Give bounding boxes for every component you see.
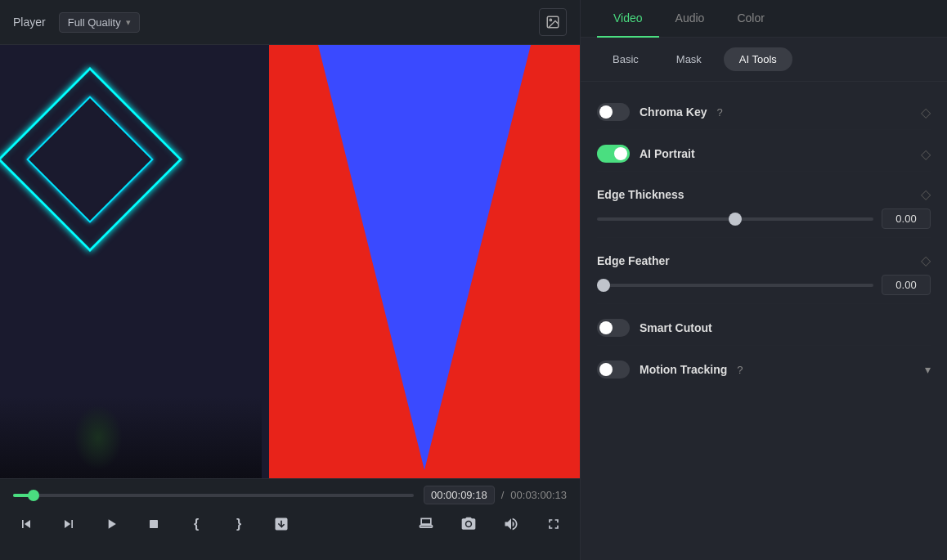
timeline-row: 00:00:09:18 / 00:03:00:13	[13, 486, 567, 504]
ambient-shelf	[0, 396, 262, 478]
ai-portrait-keyframe-icon[interactable]: ◇	[921, 146, 931, 162]
chroma-key-keyframe-icon[interactable]: ◇	[921, 105, 931, 120]
edge-thickness-label: Edge Thickness	[597, 188, 684, 201]
export-segment-button[interactable]	[268, 511, 294, 537]
mark-out-button[interactable]: }	[226, 511, 252, 537]
right-panel: Video Audio Color Basic Mask AI Tools Ch…	[581, 0, 947, 560]
current-time[interactable]: 00:00:09:18	[424, 486, 495, 504]
chroma-key-label: Chroma Key	[640, 105, 707, 119]
sub-tab-mask[interactable]: Mask	[661, 47, 717, 71]
time-separator: /	[501, 489, 505, 501]
motion-tracking-toggle[interactable]	[597, 361, 630, 379]
snapshot-button[interactable]	[456, 511, 482, 537]
main-tab-row: Video Audio Color	[581, 0, 947, 38]
sub-tab-ai-tools[interactable]: AI Tools	[724, 47, 792, 71]
edge-feather-header: Edge Feather ◇	[597, 253, 931, 268]
edge-thickness-controls: 0.00	[597, 208, 931, 229]
plant-silhouette	[74, 405, 123, 470]
edge-thickness-value[interactable]: 0.00	[882, 208, 931, 229]
video-canvas	[0, 45, 580, 478]
mark-in-button[interactable]: {	[183, 511, 209, 537]
timeline-thumb[interactable]	[28, 490, 39, 501]
motion-tracking-expand-icon[interactable]: ▾	[925, 363, 931, 376]
top-bar: Player Full Quality ▾	[0, 0, 580, 45]
svg-rect-2	[150, 520, 158, 528]
fullscreen-button[interactable]	[541, 511, 567, 537]
edge-feather-controls: 0.00	[597, 275, 931, 295]
smart-cutout-label: Smart Cutout	[640, 321, 712, 334]
panel-content: Chroma Key ? ◇ AI Portrait ◇ Edge Thickn…	[581, 82, 947, 560]
smart-cutout-toggle[interactable]	[597, 319, 630, 337]
chroma-key-row: Chroma Key ? ◇	[597, 95, 931, 130]
tab-video[interactable]: Video	[597, 0, 659, 38]
player-label: Player	[13, 16, 46, 29]
smart-cutout-row: Smart Cutout	[597, 311, 931, 346]
motion-tracking-right: ▾	[925, 363, 931, 376]
blue-triangle	[318, 45, 531, 470]
playback-controls: { }	[13, 511, 567, 537]
sub-tab-row: Basic Mask AI Tools	[581, 38, 947, 82]
left-panel: Player Full Quality ▾	[0, 0, 581, 560]
timeline-track[interactable]	[13, 494, 414, 497]
stop-button[interactable]	[141, 511, 167, 537]
time-display: 00:00:09:18 / 00:03:00:13	[424, 486, 567, 504]
tab-color[interactable]: Color	[720, 0, 780, 38]
total-time: 00:03:00:13	[510, 489, 567, 501]
edge-thickness-keyframe-icon[interactable]: ◇	[921, 186, 931, 202]
ai-portrait-label: AI Portrait	[640, 147, 695, 160]
chroma-key-toggle[interactable]	[597, 103, 630, 121]
svg-point-1	[550, 19, 551, 20]
quality-dropdown[interactable]: Full Quality ▾	[59, 12, 140, 33]
color-overlay	[269, 45, 580, 478]
video-preview	[0, 45, 580, 478]
ai-portrait-toggle[interactable]	[597, 145, 630, 163]
motion-tracking-row: Motion Tracking ? ▾	[597, 352, 931, 387]
motion-tracking-left: Motion Tracking ?	[597, 361, 743, 379]
frame-back-button[interactable]	[56, 511, 82, 537]
edge-feather-label: Edge Feather	[597, 254, 670, 267]
chroma-key-left: Chroma Key ?	[597, 103, 723, 121]
smart-cutout-left: Smart Cutout	[597, 319, 712, 337]
ai-portrait-left: AI Portrait	[597, 145, 695, 163]
chevron-down-icon: ▾	[126, 17, 131, 28]
edge-feather-value[interactable]: 0.00	[882, 275, 931, 295]
edge-thickness-row: Edge Thickness ◇ 0.00	[597, 178, 931, 238]
edge-feather-keyframe-icon[interactable]: ◇	[921, 253, 931, 268]
edge-thickness-slider[interactable]	[597, 217, 873, 221]
quality-label: Full Quality	[68, 16, 121, 29]
edge-feather-slider[interactable]	[597, 284, 873, 287]
controls-bar: 00:00:09:18 / 00:03:00:13 {	[0, 478, 580, 560]
volume-button[interactable]	[498, 511, 524, 537]
play-button[interactable]	[98, 511, 124, 537]
motion-tracking-help-icon[interactable]: ?	[737, 364, 743, 376]
edge-thickness-header: Edge Thickness ◇	[597, 186, 931, 202]
tab-audio[interactable]: Audio	[659, 0, 721, 38]
monitor-button[interactable]	[413, 511, 439, 537]
chroma-key-help-icon[interactable]: ?	[716, 106, 722, 119]
sub-tab-basic[interactable]: Basic	[597, 47, 654, 71]
image-export-button[interactable]	[539, 8, 567, 36]
edge-feather-row: Edge Feather ◇ 0.00	[597, 244, 931, 304]
step-back-button[interactable]	[13, 511, 39, 537]
ai-portrait-row: AI Portrait ◇	[597, 137, 931, 172]
motion-tracking-label: Motion Tracking	[640, 363, 727, 376]
